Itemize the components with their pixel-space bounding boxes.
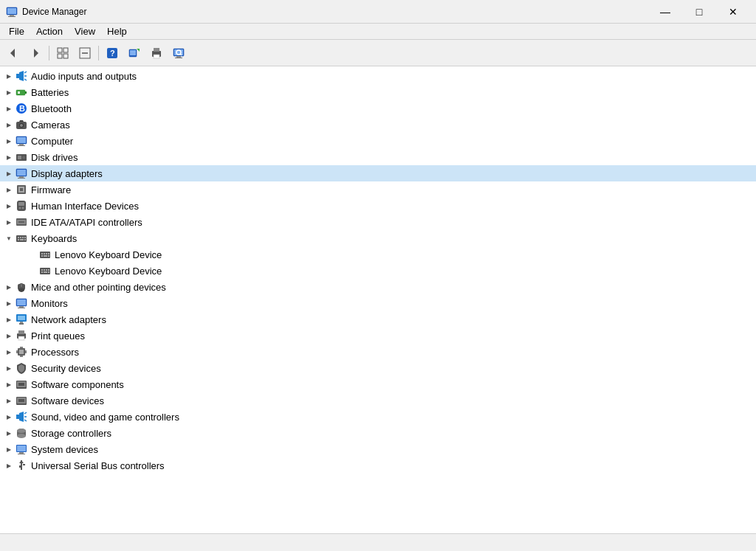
expand-icon-security[interactable] <box>3 362 15 374</box>
tree-item-disk[interactable]: Disk drives <box>0 149 756 165</box>
tree-item-hid[interactable]: Human Interface Devices <box>0 198 756 214</box>
close-button[interactable]: ✕ <box>716 0 750 24</box>
svg-text:?: ? <box>110 49 115 58</box>
svg-rect-90 <box>19 306 24 308</box>
device-icon-cameras <box>15 118 28 131</box>
expand-icon-softdev[interactable] <box>3 395 15 406</box>
expand-icon-cameras[interactable] <box>3 119 15 131</box>
expand-icon-processors[interactable] <box>3 346 15 358</box>
menu-bar: File Action View Help <box>0 24 756 40</box>
toolbar-collapse[interactable] <box>75 43 95 63</box>
toolbar-back[interactable] <box>3 43 24 63</box>
toolbar-scan[interactable] <box>168 43 189 63</box>
menu-action[interactable]: Action <box>30 24 69 38</box>
device-label-disk: Disk drives <box>31 152 78 163</box>
svg-marker-5 <box>34 49 38 58</box>
tree-item-processors[interactable]: Processors <box>0 344 756 360</box>
svg-rect-69 <box>40 252 50 258</box>
toolbar-help[interactable]: ? <box>102 43 123 63</box>
svg-rect-3 <box>8 16 16 17</box>
main-area: Audio inputs and outputsBatteriesBBlueto… <box>0 66 756 533</box>
svg-rect-121 <box>17 446 26 451</box>
svg-rect-91 <box>18 308 25 308</box>
expand-icon-usb[interactable] <box>3 460 15 471</box>
menu-help[interactable]: Help <box>101 24 133 38</box>
expand-icon-firmware[interactable] <box>3 184 15 195</box>
expand-icon-keyboards[interactable] <box>3 232 15 244</box>
svg-rect-32 <box>25 91 27 94</box>
expand-icon-ide[interactable] <box>3 216 15 228</box>
tree-item-softcomp[interactable]: Software components <box>0 376 756 392</box>
svg-rect-41 <box>17 137 26 143</box>
maximize-button[interactable]: □ <box>682 0 716 24</box>
expand-icon-disk[interactable] <box>3 151 15 163</box>
device-icon-mice <box>15 280 28 294</box>
tree-item-print[interactable]: Print queues <box>0 328 756 344</box>
svg-line-115 <box>24 420 27 421</box>
svg-rect-107 <box>18 383 24 386</box>
expand-icon-hid[interactable] <box>3 200 15 212</box>
expand-icon-network[interactable] <box>3 313 15 325</box>
device-icon-print <box>15 329 28 342</box>
expand-icon-softcomp[interactable] <box>3 378 15 390</box>
svg-rect-70 <box>41 253 43 254</box>
svg-rect-67 <box>20 239 24 240</box>
tree-item-storage[interactable]: Storage controllers <box>0 425 756 441</box>
tree-item-usb[interactable]: Universal Serial Bus controllers <box>0 457 756 474</box>
tree-item-batteries[interactable]: Batteries <box>0 84 756 100</box>
expand-icon-sound[interactable] <box>3 411 15 423</box>
expand-icon-display[interactable] <box>3 167 15 179</box>
expand-icon-audio[interactable] <box>3 70 15 82</box>
tree-item-keyboards[interactable]: Keyboards <box>0 230 756 246</box>
tree-item-network[interactable]: Network adapters <box>0 311 756 328</box>
svg-rect-8 <box>58 54 62 58</box>
tree-item-cameras[interactable]: Cameras <box>0 117 756 133</box>
menu-file[interactable]: File <box>3 24 30 38</box>
toolbar-print[interactable] <box>146 43 167 63</box>
tree-item-audio[interactable]: Audio inputs and outputs <box>0 68 756 84</box>
device-label-hid: Human Interface Devices <box>31 201 139 212</box>
expand-icon-mice[interactable] <box>3 281 15 293</box>
tree-item-monitors[interactable]: Monitors <box>0 295 756 311</box>
device-tree-scroll[interactable]: Audio inputs and outputsBatteriesBBlueto… <box>0 66 756 533</box>
device-label-cameras: Cameras <box>31 119 70 131</box>
expand-icon-print[interactable] <box>3 330 15 342</box>
svg-point-56 <box>19 207 21 209</box>
tree-item-kb1[interactable]: Lenovo Keyboard Device <box>0 246 756 263</box>
toolbar-sep-1 <box>49 46 49 60</box>
tree-item-computer[interactable]: Computer <box>0 133 756 149</box>
expand-icon-computer[interactable] <box>3 135 15 147</box>
toolbar-update[interactable] <box>124 43 145 63</box>
toolbar-forward[interactable] <box>25 43 46 63</box>
expand-icon-monitors[interactable] <box>3 297 15 309</box>
device-label-monitors: Monitors <box>31 298 68 309</box>
minimize-button[interactable]: — <box>648 0 682 24</box>
tree-item-security[interactable]: Security devices <box>0 360 756 376</box>
svg-rect-33 <box>18 91 20 94</box>
expand-icon-bluetooth[interactable] <box>3 103 15 114</box>
tree-item-kb2[interactable]: Lenovo Keyboard Device <box>0 263 756 279</box>
expand-icon-system[interactable] <box>3 443 15 455</box>
svg-rect-55 <box>18 202 24 206</box>
tree-item-firmware[interactable]: Firmware <box>0 181 756 198</box>
svg-rect-111 <box>16 415 19 419</box>
device-icon-processors <box>15 345 28 358</box>
svg-rect-95 <box>19 323 24 325</box>
tree-item-display[interactable]: Display adapters <box>0 165 756 181</box>
svg-rect-84 <box>48 271 49 273</box>
device-label-sound: Sound, video and game controllers <box>31 412 179 423</box>
tree-item-system[interactable]: System devices <box>0 441 756 457</box>
device-icon-softdev <box>15 394 28 407</box>
device-label-usb: Universal Serial Bus controllers <box>31 460 165 471</box>
tree-item-ide[interactable]: IDE ATA/ATAPI controllers <box>0 214 756 230</box>
tree-item-sound[interactable]: Sound, video and game controllers <box>0 409 756 425</box>
svg-rect-104 <box>20 356 23 357</box>
expand-icon-storage[interactable] <box>3 427 15 439</box>
expand-icon-batteries[interactable] <box>3 86 15 98</box>
svg-rect-102 <box>25 350 27 353</box>
tree-item-softdev[interactable]: Software devices <box>0 392 756 409</box>
tree-item-mice[interactable]: Mice and other pointing devices <box>0 279 756 295</box>
toolbar-expand[interactable] <box>52 43 73 63</box>
menu-view[interactable]: View <box>69 24 101 38</box>
tree-item-bluetooth[interactable]: BBluetooth <box>0 100 756 117</box>
